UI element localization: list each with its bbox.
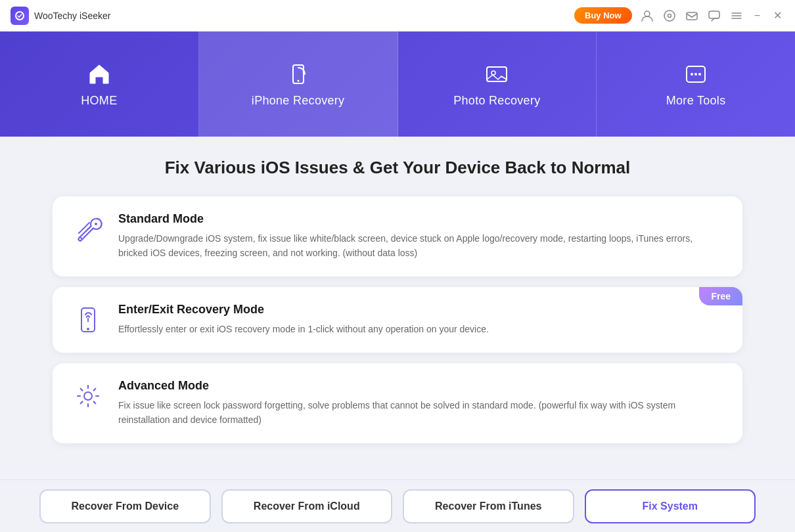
enter-exit-mode-title: Enter/Exit Recovery Mode: [118, 303, 724, 317]
page-title: Fix Various iOS Issues & Get Your Device…: [53, 158, 742, 178]
free-badge: Free: [699, 287, 742, 305]
svg-point-16: [698, 73, 701, 76]
nav-item-more-tools[interactable]: More Tools: [597, 32, 795, 137]
more-icon: [683, 61, 709, 87]
recover-from-icloud-button[interactable]: Recover From iCloud: [221, 489, 393, 523]
advanced-mode-title: Advanced Mode: [118, 379, 724, 393]
wrench-icon: [71, 212, 105, 246]
svg-point-3: [668, 14, 671, 17]
svg-point-14: [691, 73, 693, 76]
svg-point-2: [664, 11, 675, 21]
svg-rect-11: [487, 67, 507, 81]
buy-now-button[interactable]: Buy Now: [574, 7, 632, 24]
svg-rect-5: [709, 11, 719, 18]
user-icon[interactable]: [640, 9, 654, 23]
svg-rect-4: [687, 12, 697, 20]
svg-point-17: [95, 223, 97, 225]
nav-item-photo-recovery[interactable]: Photo Recovery: [398, 32, 597, 137]
svg-point-21: [87, 321, 89, 322]
standard-mode-desc: Upgrade/Downgrade iOS system, fix issue …: [118, 231, 724, 261]
app-title: WooTechy iSeeker: [34, 11, 110, 21]
recover-from-itunes-button[interactable]: Recover From iTunes: [403, 489, 574, 523]
standard-mode-card[interactable]: Standard Mode Upgrade/Downgrade iOS syst…: [53, 196, 742, 277]
fix-system-button[interactable]: Fix System: [585, 489, 756, 523]
close-button[interactable]: ✕: [771, 8, 784, 23]
menu-icon[interactable]: [729, 9, 744, 23]
title-bar-right: Buy Now − ✕: [574, 7, 784, 24]
nav-label-more-tools: More Tools: [666, 94, 726, 108]
svg-point-10: [297, 79, 299, 81]
app-icon: [11, 7, 29, 25]
enter-exit-mode-card[interactable]: Enter/Exit Recovery Mode Effortlessly en…: [53, 287, 742, 353]
mail-icon[interactable]: [685, 9, 699, 23]
nav-label-iphone-recovery: iPhone Recovery: [252, 94, 345, 108]
nav-label-photo-recovery: Photo Recovery: [453, 94, 540, 108]
svg-point-19: [87, 328, 89, 330]
nav-item-home[interactable]: HOME: [0, 32, 199, 137]
svg-point-1: [645, 11, 650, 16]
title-bar: WooTechy iSeeker Buy Now − ✕: [0, 0, 795, 32]
enter-exit-mode-info: Enter/Exit Recovery Mode Effortlessly en…: [118, 303, 724, 336]
main-content: Fix Various iOS Issues & Get Your Device…: [0, 137, 795, 479]
svg-point-22: [84, 392, 92, 400]
advanced-mode-card[interactable]: Advanced Mode Fix issue like screen lock…: [53, 363, 742, 443]
recover-from-device-button[interactable]: Recover From Device: [39, 489, 211, 523]
gear-icon: [71, 379, 105, 413]
svg-point-15: [694, 73, 697, 76]
nav-bar: HOME iPhone Recovery Photo Recovery: [0, 32, 795, 137]
enter-exit-mode-desc: Effortlessly enter or exit iOS recovery …: [118, 322, 724, 336]
refresh-icon: [285, 61, 311, 87]
advanced-mode-desc: Fix issue like screen lock password forg…: [118, 398, 724, 428]
svg-point-12: [491, 71, 495, 75]
photo-icon: [484, 61, 510, 87]
chat-icon[interactable]: [707, 9, 721, 23]
settings-icon[interactable]: [662, 9, 677, 23]
bottom-bar: Recover From Device Recover From iCloud …: [0, 479, 795, 532]
minimize-button[interactable]: −: [752, 9, 763, 23]
advanced-mode-info: Advanced Mode Fix issue like screen lock…: [118, 379, 724, 428]
nav-label-home: HOME: [81, 94, 117, 108]
phone-recovery-icon: [71, 303, 105, 337]
home-icon: [86, 61, 112, 87]
nav-item-iphone-recovery[interactable]: iPhone Recovery: [199, 32, 398, 137]
standard-mode-info: Standard Mode Upgrade/Downgrade iOS syst…: [118, 212, 724, 261]
title-bar-left: WooTechy iSeeker: [11, 7, 110, 25]
standard-mode-title: Standard Mode: [118, 212, 724, 226]
